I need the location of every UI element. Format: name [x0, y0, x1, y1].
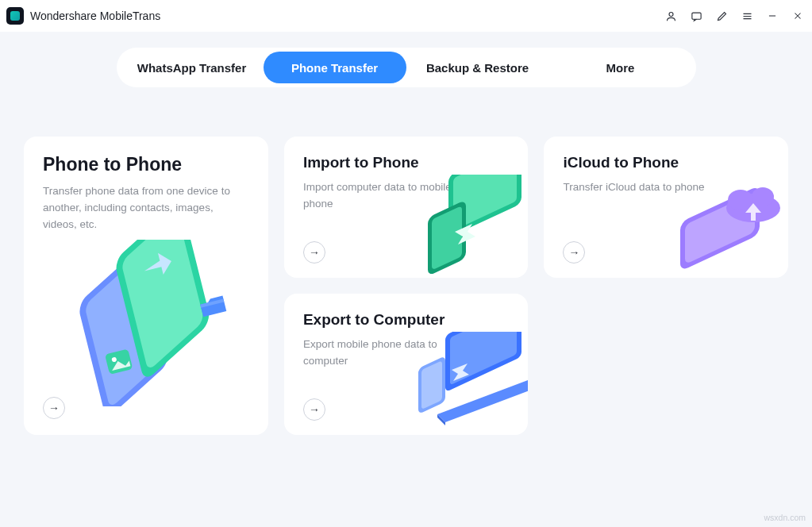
titlebar-right — [664, 10, 804, 22]
titlebar: Wondershare MobileTrans — [0, 0, 812, 32]
account-icon[interactable] — [664, 10, 677, 22]
arrow-button[interactable]: → — [563, 241, 585, 264]
card-title: iCloud to Phone — [563, 154, 769, 171]
svg-point-20 — [728, 190, 753, 210]
middle-column: Import to Phone Import computer data to … — [284, 137, 529, 435]
main-tabs: WhatsApp Transfer Phone Transfer Backup … — [117, 48, 696, 87]
icloud-icon — [661, 175, 788, 278]
svg-point-21 — [752, 187, 774, 206]
arrow-button[interactable]: → — [303, 241, 325, 264]
card-title: Export to Computer — [303, 311, 510, 329]
import-icon — [401, 175, 528, 278]
menu-icon[interactable] — [741, 10, 753, 22]
minimize-icon[interactable] — [766, 10, 779, 22]
card-title: Import to Phone — [303, 154, 510, 171]
right-column: iCloud to Phone Transfer iCloud data to … — [544, 137, 788, 435]
phone-to-phone-icon — [62, 240, 237, 406]
app-logo — [6, 7, 24, 25]
tab-whatsapp-transfer[interactable]: WhatsApp Transfer — [121, 52, 264, 83]
svg-point-0 — [669, 12, 673, 16]
card-import-to-phone[interactable]: Import to Phone Import computer data to … — [284, 137, 529, 278]
tab-phone-transfer[interactable]: Phone Transfer — [264, 52, 406, 83]
card-desc: Transfer phone data from one device to a… — [43, 183, 241, 233]
card-export-to-computer[interactable]: Export to Computer Export mobile phone d… — [284, 294, 529, 435]
arrow-button[interactable]: → — [43, 397, 65, 419]
tab-backup-restore[interactable]: Backup & Restore — [406, 52, 549, 83]
edit-icon[interactable] — [715, 10, 728, 22]
tab-more[interactable]: More — [549, 52, 692, 83]
card-icloud-to-phone[interactable]: iCloud to Phone Transfer iCloud data to … — [544, 137, 788, 278]
arrow-button[interactable]: → — [303, 398, 325, 421]
watermark: wsxdn.com — [764, 513, 806, 522]
svg-rect-1 — [691, 13, 700, 19]
titlebar-left: Wondershare MobileTrans — [6, 7, 160, 25]
close-icon[interactable] — [791, 10, 804, 22]
card-title: Phone to Phone — [43, 154, 249, 175]
export-icon — [401, 332, 528, 435]
app-title: Wondershare MobileTrans — [30, 10, 160, 22]
cards-grid: Phone to Phone Transfer phone data from … — [0, 87, 812, 435]
card-phone-to-phone[interactable]: Phone to Phone Transfer phone data from … — [24, 137, 268, 435]
message-icon[interactable] — [690, 10, 702, 22]
